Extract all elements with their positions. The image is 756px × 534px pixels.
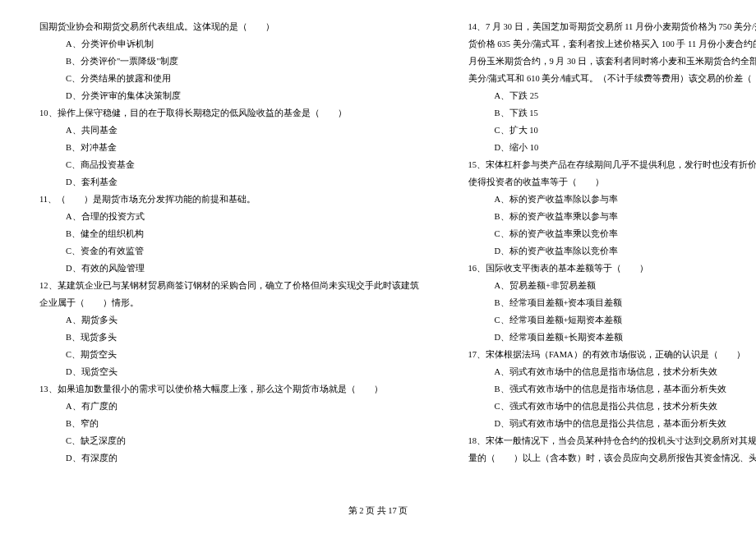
q11-option-c: C、资金的有效监管 [39, 242, 419, 260]
q16-option-a: A、贸易差额+非贸易差额 [468, 277, 757, 294]
q12-option-c: C、期货空头 [39, 346, 419, 363]
q14-option-d: D、缩小 10 [468, 139, 757, 156]
q-prev-option-d: D、分类评审的集体决策制度 [39, 87, 419, 104]
q16: 16、国际收支平衡表的基本差额等于（ ） [468, 260, 757, 277]
q17-option-b: B、强式有效市场中的信息是指市场信息，基本面分析失效 [468, 380, 757, 398]
q13-option-a: A、有广度的 [39, 398, 419, 415]
q14-option-b: B、下跌 15 [468, 104, 757, 122]
q11-option-b: B、健全的组织机构 [39, 225, 419, 242]
q12-option-a: A、期货多头 [39, 311, 419, 329]
q17-option-c: C、强式有效市场中的信息是指公共信息，技术分析失效 [468, 398, 757, 415]
q14-line3: 月份玉米期货合约，9 月 30 日，该套利者同时将小麦和玉米期货合约全部平仓，价… [468, 53, 757, 70]
q14-line2: 货价格 635 美分/蒲式耳，套利者按上述价格买入 100 手 11 月份小麦合… [468, 35, 757, 53]
q13: 13、如果追加数量很小的需求可以使价格大幅度上涨，那么这个期货市场就是（ ） [39, 380, 419, 398]
q15-option-a: A、标的资产收益率除以参与率 [468, 191, 757, 208]
q13-option-d: D、有深度的 [39, 449, 419, 467]
q14-line1: 14、7 月 30 日，美国芝加哥期货交易所 11 月份小麦期货价格为 750 … [468, 18, 757, 35]
q11-option-a: A、合理的投资方式 [39, 208, 419, 225]
right-column: 14、7 月 30 日，美国芝加哥期货交易所 11 月份小麦期货价格为 750 … [468, 18, 757, 467]
q10-option-d: D、套利基金 [39, 173, 419, 191]
q15-option-c: C、标的资产收益率乘以竞价率 [468, 225, 757, 242]
q10: 10、操作上保守稳健，目的在于取得长期稳定的低风险收益的基金是（ ） [39, 104, 419, 122]
q10-option-b: B、对冲基金 [39, 139, 419, 156]
q12-option-d: D、现货空头 [39, 363, 419, 380]
q16-option-c: C、经常项目差额+短期资本差额 [468, 311, 757, 329]
page-footer: 第 2 页 共 17 页 [0, 502, 756, 519]
q15-option-b: B、标的资产收益率乘以参与率 [468, 208, 757, 225]
q10-option-c: C、商品投资基金 [39, 156, 419, 173]
q11: 11、（ ）是期货市场充分发挥功能的前提和基础。 [39, 191, 419, 208]
q18-line2: 量的（ ）以上（含本数）时，该会员应向交易所报告其资金情况、头寸情况等。 [468, 449, 757, 467]
q15-option-d: D、标的资产收益率除以竞价率 [468, 242, 757, 260]
q12-line1: 12、某建筑企业已与某钢材贸易商签订钢材的采购合同，确立了价格但尚未实现交手此时… [39, 277, 419, 294]
q17-option-d: D、弱式有效市场中的信息是指公共信息，基本面分析失效 [468, 415, 757, 432]
q16-option-b: B、经常项目差额+资本项目差额 [468, 294, 757, 311]
q-prev-option-b: B、分类评价"一票降级"制度 [39, 53, 419, 70]
q-prev-continuation: 国期货业协会和期货交易所代表组成。这体现的是（ ） [39, 18, 419, 35]
q16-option-d: D、经常项目差额+长期资本差额 [468, 329, 757, 346]
q18-line1: 18、宋体一般情况下，当会员某种持仓合约的投机头寸达到交易所对其规定的投机头寸持… [468, 432, 757, 449]
q-prev-option-c: C、分类结果的披露和使用 [39, 70, 419, 87]
q12-line2: 企业属于（ ）情形。 [39, 294, 419, 311]
q13-option-c: C、缺乏深度的 [39, 432, 419, 449]
left-column: 国期货业协会和期货交易所代表组成。这体现的是（ ） A、分类评价申诉机制 B、分… [39, 18, 419, 467]
q10-option-a: A、共同基金 [39, 122, 419, 139]
q17: 17、宋体根据法玛（FAMA）的有效市场假说，正确的认识是（ ） [468, 346, 757, 363]
q11-option-d: D、有效的风险管理 [39, 260, 419, 277]
q17-option-a: A、弱式有效市场中的信息是指市场信息，技术分析失效 [468, 363, 757, 380]
q12-option-b: B、现货多头 [39, 329, 419, 346]
q14-option-a: A、下跌 25 [468, 87, 757, 104]
q15-line2: 使得投资者的收益率等于（ ） [468, 173, 757, 191]
q14-line4: 美分/蒲式耳和 610 美分/铺式耳。（不计手续费等费用）该交易的价差（ ）美分… [468, 70, 757, 87]
q-prev-option-a: A、分类评价申诉机制 [39, 35, 419, 53]
q15-line1: 15、宋体杠杆参与类产品在存续期间几乎不提供利息，发行时也没有折价，并设有参与率… [468, 156, 757, 173]
q13-option-b: B、窄的 [39, 415, 419, 432]
q14-option-c: C、扩大 10 [468, 122, 757, 139]
